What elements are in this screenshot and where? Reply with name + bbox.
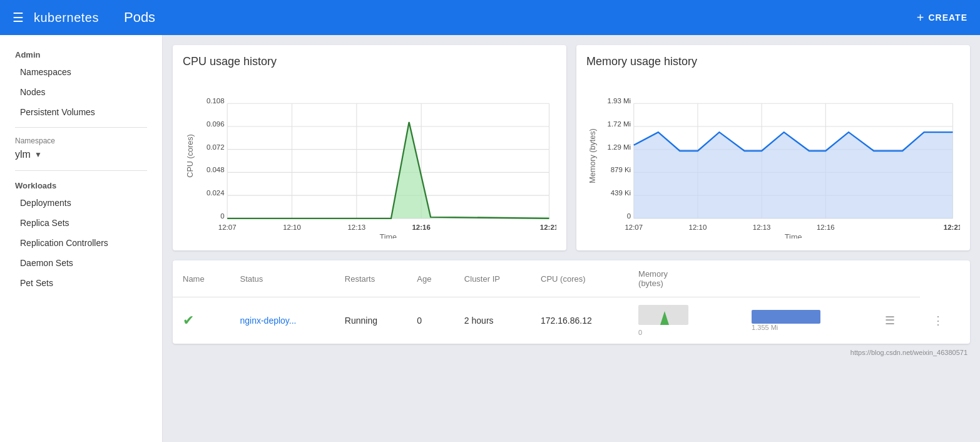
col-header-restarts: Restarts (335, 260, 407, 297)
sidebar-item-nodes[interactable]: Nodes (0, 82, 162, 102)
table-row: ✔ nginx-deploy... Running 0 2 hours 172.… (173, 297, 970, 344)
pod-more-cell[interactable]: ⋮ (920, 297, 970, 344)
sidebar-item-deployments[interactable]: Deployments (0, 193, 162, 213)
col-header-cluster-ip: Cluster IP (454, 260, 531, 297)
svg-text:0.024: 0.024 (207, 189, 225, 197)
svg-text:12:21: 12:21 (944, 224, 960, 231)
sidebar-item-namespaces[interactable]: Namespaces (0, 62, 162, 82)
col-header-cpu: CPU (cores) (531, 260, 628, 297)
cpu-chart-wrapper: CPU (cores) 0 0.024 0.048 0.072 0.096 0.… (183, 73, 556, 240)
workloads-section-title: Workloads (0, 176, 162, 193)
svg-text:Memory (bytes): Memory (bytes) (588, 128, 597, 183)
svg-text:Time: Time (380, 233, 397, 239)
memory-chart-svg: Memory (bytes) 0 439 Ki 879 Ki 1.29 Mi 1… (586, 73, 960, 239)
sidebar-item-replication-controllers[interactable]: Replication Controllers (0, 233, 162, 253)
svg-text:12:10: 12:10 (283, 224, 301, 231)
pod-name-link[interactable]: nginx-deploy... (240, 316, 296, 326)
sidebar-divider-1 (15, 127, 147, 128)
admin-section-title: Admin (0, 45, 162, 62)
svg-text:12:13: 12:13 (753, 224, 771, 231)
svg-text:0.096: 0.096 (207, 120, 225, 128)
svg-text:12:07: 12:07 (218, 224, 237, 231)
svg-text:0: 0 (627, 212, 631, 220)
more-vert-icon[interactable]: ⋮ (930, 312, 946, 329)
pods-table-card: Name Status Restarts Age Cluster IP CPU … (173, 260, 970, 344)
mini-cpu-label: 0 (638, 329, 642, 336)
main-content: CPU usage history CPU (cores) 0 0.024 0.… (163, 35, 980, 442)
topnav: ☰ kubernetes Pods + CREATE (0, 0, 980, 35)
svg-text:0.048: 0.048 (207, 166, 225, 173)
chevron-down-icon: ▼ (34, 150, 42, 159)
svg-text:0.108: 0.108 (207, 97, 225, 105)
col-header-more (872, 260, 921, 297)
svg-text:12:16: 12:16 (412, 224, 430, 231)
svg-text:12:16: 12:16 (817, 224, 835, 231)
svg-marker-18 (227, 122, 549, 218)
pod-status-cell: Running (335, 297, 407, 344)
svg-text:12:21: 12:21 (540, 224, 556, 231)
pod-age-cell: 2 hours (454, 297, 531, 344)
svg-text:439 Ki: 439 Ki (611, 189, 631, 197)
col-header-status: Status (230, 260, 334, 297)
namespace-value: ylm (15, 149, 31, 160)
plus-icon: + (917, 11, 925, 25)
svg-text:Time: Time (785, 233, 802, 239)
svg-text:0.072: 0.072 (207, 143, 225, 151)
memory-chart-card: Memory usage history Memory (bytes) 0 43… (576, 45, 970, 250)
svg-marker-43 (634, 132, 953, 218)
mini-mem-label: 1.355 Mi (752, 324, 778, 331)
sidebar-item-replica-sets[interactable]: Replica Sets (0, 213, 162, 233)
svg-text:12:13: 12:13 (347, 224, 365, 231)
main-layout: Admin Namespaces Nodes Persistent Volume… (0, 35, 980, 442)
mini-mem-bar (752, 310, 820, 324)
svg-text:CPU (cores): CPU (cores) (186, 134, 195, 177)
pod-cluster-ip-cell: 172.16.86.12 (531, 297, 628, 344)
cpu-chart-card: CPU usage history CPU (cores) 0 0.024 0.… (173, 45, 566, 250)
col-header-actions (742, 260, 872, 297)
memory-chart-wrapper: Memory (bytes) 0 439 Ki 879 Ki 1.29 Mi 1… (586, 73, 960, 240)
sidebar-divider-2 (15, 170, 147, 171)
col-header-memory: Memory(bytes) (628, 260, 742, 297)
cpu-chart-title: CPU usage history (183, 55, 556, 68)
pods-table: Name Status Restarts Age Cluster IP CPU … (173, 260, 970, 344)
pod-status-icon: ✔ (173, 297, 230, 344)
hamburger-icon[interactable]: ☰ (13, 10, 24, 25)
namespace-label: Namespace (0, 133, 162, 146)
status-ok-icon: ✔ (183, 312, 194, 328)
pod-name-cell[interactable]: nginx-deploy... (230, 297, 334, 344)
namespace-select[interactable]: ylm ▼ (0, 146, 162, 165)
svg-text:1.72 Mi: 1.72 Mi (608, 120, 631, 128)
page-title: Pods (124, 9, 917, 26)
menu-lines-icon[interactable]: ☰ (882, 312, 897, 329)
brand-name: kubernetes (34, 11, 99, 25)
sidebar-item-daemon-sets[interactable]: Daemon Sets (0, 253, 162, 273)
mini-cpu-bar-svg (638, 305, 688, 329)
cpu-chart-svg: CPU (cores) 0 0.024 0.048 0.072 0.096 0.… (183, 73, 556, 239)
pod-cpu-chart-cell: 0 (628, 297, 742, 344)
pod-restarts-cell: 0 (407, 297, 454, 344)
svg-text:879 Ki: 879 Ki (611, 166, 631, 173)
svg-text:0: 0 (220, 212, 224, 220)
sidebar: Admin Namespaces Nodes Persistent Volume… (0, 35, 163, 442)
svg-text:12:10: 12:10 (689, 224, 707, 231)
svg-text:1.29 Mi: 1.29 Mi (608, 143, 631, 151)
col-header-name: Name (173, 260, 230, 297)
col-header-age: Age (407, 260, 454, 297)
charts-row: CPU usage history CPU (cores) 0 0.024 0.… (173, 45, 970, 250)
sidebar-item-persistent-volumes[interactable]: Persistent Volumes (0, 102, 162, 122)
svg-text:1.93 Mi: 1.93 Mi (608, 97, 631, 105)
create-button[interactable]: + CREATE (917, 11, 967, 25)
memory-chart-title: Memory usage history (586, 55, 960, 68)
pod-action-menu-cell[interactable]: ☰ (872, 297, 921, 344)
pod-mem-chart-cell: 1.355 Mi (742, 297, 872, 344)
svg-text:12:07: 12:07 (625, 224, 643, 231)
footer-url: https://blog.csdn.net/weixin_46380571 (173, 349, 970, 356)
sidebar-item-pet-sets[interactable]: Pet Sets (0, 273, 162, 293)
create-label: CREATE (928, 13, 967, 23)
mini-mem-chart: 1.355 Mi (752, 310, 862, 331)
mini-cpu-chart: 0 (638, 305, 732, 336)
